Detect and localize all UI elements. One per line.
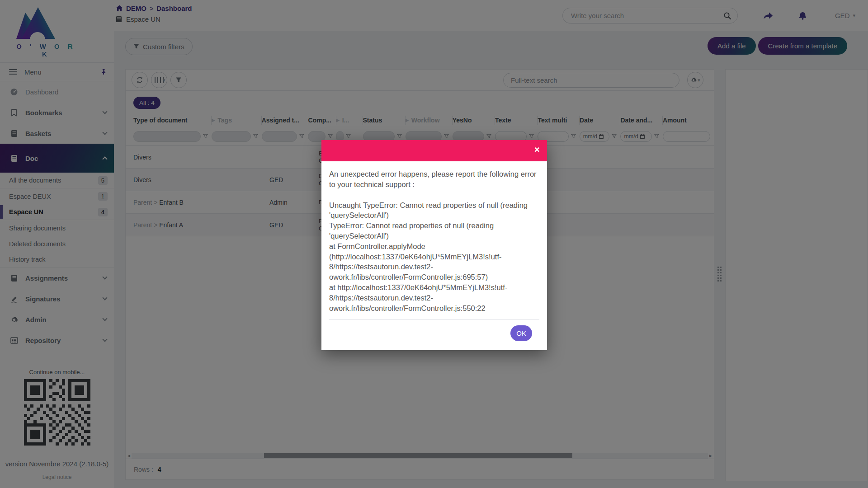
error-modal-footer: OK	[329, 319, 539, 347]
error-stacktrace-text: Uncaught TypeError: Cannot read properti…	[329, 200, 539, 314]
error-modal-body: An unexpected error happens, please repo…	[321, 161, 547, 350]
error-modal: × An unexpected error happens, please re…	[321, 140, 547, 350]
error-modal-header: ×	[321, 140, 547, 161]
close-icon[interactable]: ×	[534, 145, 540, 154]
error-intro-text: An unexpected error happens, please repo…	[329, 169, 539, 190]
ok-button[interactable]: OK	[510, 325, 532, 341]
